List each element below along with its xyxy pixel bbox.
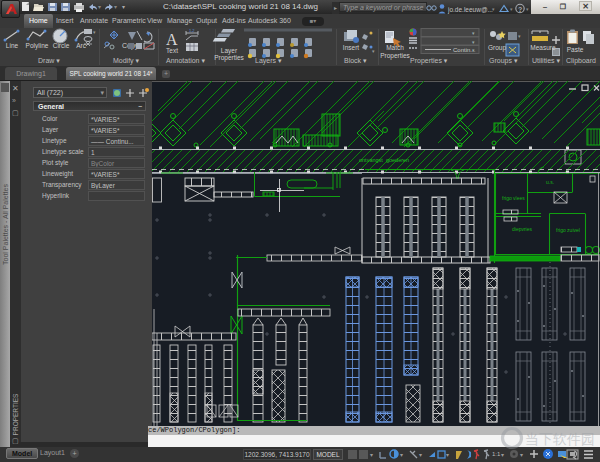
svg-text:▾: ▾: [400, 452, 403, 458]
svg-text:▾: ▾: [372, 48, 375, 54]
svg-text:▾: ▾: [492, 6, 495, 12]
svg-text:▾: ▾: [501, 452, 504, 458]
svg-text:?: ?: [518, 6, 522, 13]
svg-text:▾: ▾: [93, 29, 96, 35]
svg-text:▾: ▾: [526, 6, 529, 12]
svg-text:▾: ▾: [520, 452, 523, 458]
svg-text:当下软件园: 当下软件园: [525, 431, 595, 447]
svg-text:u.s.: u.s.: [546, 179, 554, 185]
svg-text:▾: ▾: [518, 33, 521, 39]
svg-text:A: A: [166, 31, 178, 48]
svg-text:▾: ▾: [419, 452, 422, 458]
svg-text:▾: ▾: [114, 4, 117, 10]
svg-text:▾: ▾: [98, 4, 101, 10]
svg-text:1.2: 1.2: [189, 28, 195, 33]
svg-text:frigo vlees: frigo vlees: [502, 195, 525, 201]
svg-text:frigo zuivel: frigo zuivel: [556, 227, 580, 233]
svg-text:1:1: 1:1: [492, 451, 501, 457]
svg-text:▾: ▾: [370, 452, 373, 458]
svg-text:ontvangst goederen: ontvangst goederen: [359, 157, 409, 163]
svg-text:▾: ▾: [122, 4, 125, 10]
svg-text:jo.de.leeuw@...: jo.de.leeuw@...: [447, 6, 493, 14]
svg-text:diepvries: diepvries: [512, 226, 533, 232]
svg-text:Contin...: Contin...: [453, 47, 476, 53]
svg-text:▾: ▾: [446, 452, 449, 458]
svg-text:▾: ▾: [510, 6, 513, 12]
